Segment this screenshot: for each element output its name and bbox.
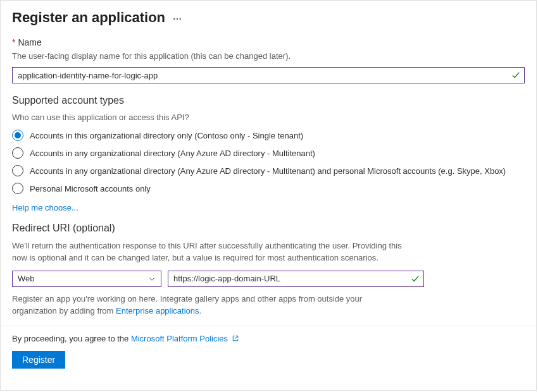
redirect-footer-help: Register an app you're working on here. …: [12, 293, 404, 317]
account-type-option-3[interactable]: Personal Microsoft accounts only: [12, 183, 525, 194]
account-type-label: Accounts in any organizational directory…: [30, 149, 315, 158]
account-type-option-0[interactable]: Accounts in this organizational director…: [12, 130, 525, 141]
account-type-option-1[interactable]: Accounts in any organizational directory…: [12, 147, 525, 159]
policy-row: By proceeding, you agree to the Microsof…: [12, 334, 525, 343]
account-type-label: Personal Microsoft accounts only: [30, 184, 151, 193]
redirect-uri-input[interactable]: [168, 271, 424, 287]
policy-pre: By proceeding, you agree to the: [12, 334, 131, 343]
radio-icon: [12, 130, 23, 141]
checkmark-icon: [511, 71, 520, 80]
page-title-text: Register an application: [12, 9, 165, 26]
name-label: *Name: [12, 37, 525, 47]
help-me-choose-link[interactable]: Help me choose...: [12, 203, 78, 212]
account-type-label: Accounts in this organizational director…: [30, 131, 303, 140]
redirect-uri-heading: Redirect URI (optional): [12, 223, 525, 234]
external-link-icon: [232, 334, 239, 342]
name-label-text: Name: [18, 37, 41, 47]
divider: [1, 326, 536, 326]
platform-select-value: Web: [18, 274, 35, 283]
radio-icon: [12, 183, 23, 194]
redirect-footer-post: .: [199, 306, 202, 315]
platform-select[interactable]: Web: [12, 271, 161, 287]
enterprise-applications-link[interactable]: Enterprise applications: [116, 306, 199, 315]
account-type-label: Accounts in any organizational directory…: [30, 166, 506, 176]
account-types-question: Who can use this application or access t…: [12, 113, 525, 122]
account-type-option-2[interactable]: Accounts in any organizational directory…: [12, 165, 525, 176]
policy-link-text: Microsoft Platform Policies: [131, 334, 228, 343]
redirect-uri-description: We'll return the authentication response…: [12, 240, 417, 264]
register-button[interactable]: Register: [12, 351, 65, 369]
chevron-down-icon: [148, 275, 156, 283]
radio-icon: [12, 165, 23, 176]
account-types-heading: Supported account types: [12, 95, 525, 106]
page-title: Register an application ⋯: [12, 9, 525, 26]
more-icon[interactable]: ⋯: [173, 11, 182, 24]
checkmark-icon: [411, 274, 420, 283]
name-input[interactable]: [12, 67, 525, 83]
radio-icon: [12, 147, 23, 159]
platform-policies-link[interactable]: Microsoft Platform Policies: [131, 334, 239, 343]
name-help: The user-facing display name for this ap…: [12, 51, 525, 61]
